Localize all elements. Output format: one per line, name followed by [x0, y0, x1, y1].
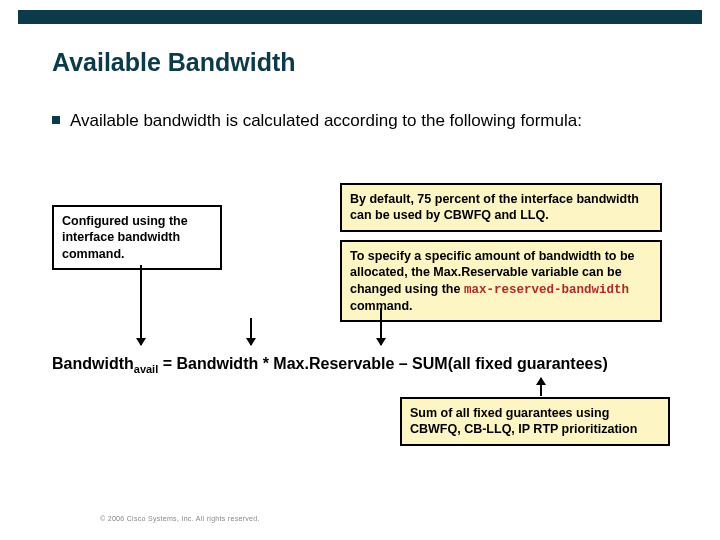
arrow-down-icon: [250, 318, 252, 345]
callout-max-reserved: To specify a specific amount of bandwidt…: [340, 240, 662, 322]
top-band: [18, 10, 702, 24]
callout-sum-fixed-text: Sum of all fixed guarantees using CBWFQ,…: [410, 406, 637, 436]
callout-configured: Configured using the interface bandwidth…: [52, 205, 222, 270]
formula-rhs: = Bandwidth * Max.Reservable – SUM(all f…: [158, 355, 607, 372]
arrow-down-icon: [140, 265, 142, 345]
formula: Bandwidthavail = Bandwidth * Max.Reserva…: [52, 355, 680, 375]
formula-lhs-sub: avail: [134, 363, 158, 375]
callout-configured-bandwidth-word: bandwidth: [118, 230, 181, 244]
arrow-up-icon: [540, 378, 542, 396]
slide-title: Available Bandwidth: [52, 48, 296, 77]
callout-default-75-text: By default, 75 percent of the interface …: [350, 192, 639, 222]
callout-sum-fixed: Sum of all fixed guarantees using CBWFQ,…: [400, 397, 670, 446]
callout-configured-l3: command.: [62, 247, 125, 261]
copyright: © 2006 Cisco Systems, Inc. All rights re…: [100, 515, 260, 522]
callout-configured-l1: Configured using the: [62, 214, 188, 228]
formula-lhs-base: Bandwidth: [52, 355, 134, 372]
slide: Available Bandwidth Available bandwidth …: [0, 0, 720, 540]
callout-configured-l2a: interface: [62, 230, 118, 244]
callout-default-75: By default, 75 percent of the interface …: [340, 183, 662, 232]
callout-max-reserved-cmd: max-reserved-bandwidth: [464, 283, 629, 297]
arrow-down-icon: [380, 308, 382, 345]
bullet-icon: [52, 116, 60, 124]
bullet-row: Available bandwidth is calculated accord…: [52, 110, 660, 132]
bullet-text: Available bandwidth is calculated accord…: [70, 111, 582, 130]
